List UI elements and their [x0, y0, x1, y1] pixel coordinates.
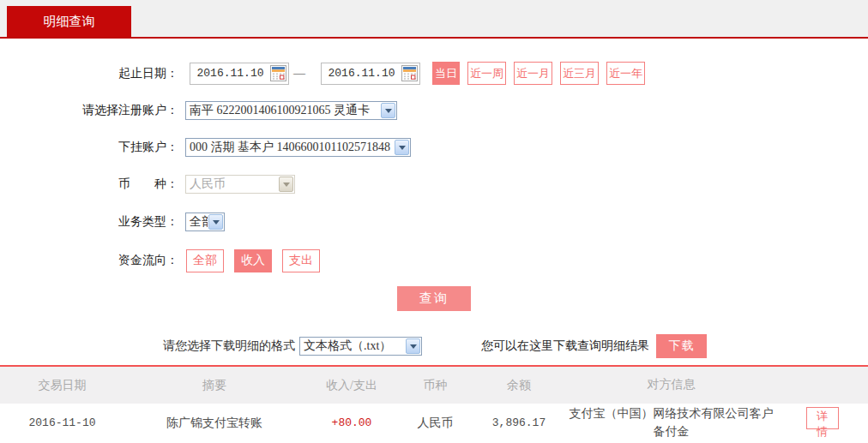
dropdown-arrow-icon[interactable]: [395, 140, 409, 155]
quick-range-today-button[interactable]: 当日: [432, 62, 460, 85]
fund-flow-expense-button[interactable]: 支出: [282, 249, 320, 272]
business-type-label: 业务类型：: [0, 214, 178, 230]
calendar-icon[interactable]: [270, 65, 286, 81]
transaction-currency: 人民币: [399, 416, 472, 431]
end-date-input[interactable]: 2016.11.10: [321, 63, 420, 85]
date-range-row: 起止日期： 2016.11.10 — 2016.11.10: [0, 62, 868, 85]
dropdown-arrow-icon: [279, 177, 293, 192]
business-type-select[interactable]: 全部: [185, 213, 225, 231]
currency-row: 币 种： 人民币: [0, 175, 868, 194]
transaction-counterparty: 支付宝（中国）网络技术有限公司客户备付金: [566, 405, 776, 440]
query-form: 起止日期： 2016.11.10 — 2016.11.10: [0, 39, 868, 358]
dropdown-arrow-icon[interactable]: [381, 103, 395, 118]
detail-button[interactable]: 详情: [806, 407, 839, 429]
column-header-summary: 摘要: [124, 378, 304, 393]
fund-flow-label: 资金流向：: [0, 253, 178, 268]
quick-range-month-button[interactable]: 近一月: [514, 62, 552, 85]
quick-range-week-button[interactable]: 近一周: [467, 62, 506, 85]
transaction-summary: 陈广锦支付宝转账: [124, 416, 304, 431]
table-row: 2016-11-10 陈广锦支付宝转账 +80.00 人民币 3,896.17 …: [0, 404, 868, 442]
column-header-date: 交易日期: [0, 378, 124, 393]
transaction-date: 2016-11-10: [0, 416, 124, 429]
quick-range-quarter-button[interactable]: 近三月: [560, 62, 599, 85]
business-type-row: 业务类型： 全部: [0, 213, 868, 231]
fund-flow-row: 资金流向： 全部 收入 支出: [0, 248, 868, 272]
detail-query-page: 明细查询 起止日期： 2016.11.10 —: [0, 0, 868, 443]
dropdown-arrow-icon[interactable]: [406, 338, 420, 354]
currency-value: 人民币: [186, 177, 278, 192]
download-format-select[interactable]: 文本格式（.txt）: [299, 337, 422, 356]
tab-bar: 明细查询: [0, 0, 868, 39]
fund-flow-income-button[interactable]: 收入: [234, 249, 272, 272]
tab-detail-query[interactable]: 明细查询: [7, 6, 131, 37]
download-format-value: 文本格式（.txt）: [300, 338, 405, 354]
registered-account-select[interactable]: 南平 6222001406100921065 灵通卡: [185, 101, 397, 120]
fund-flow-all-button[interactable]: 全部: [186, 249, 224, 272]
quick-range-year-button[interactable]: 近一年: [606, 62, 645, 85]
column-header-balance: 余额: [472, 378, 566, 393]
dropdown-arrow-icon[interactable]: [208, 214, 223, 230]
registered-account-value: 南平 6222001406100921065 灵通卡: [186, 103, 380, 118]
currency-select: 人民币: [185, 175, 295, 194]
download-hint-text: 您可以在这里下载查询明细结果: [481, 338, 649, 354]
sub-account-select[interactable]: 000 活期 基本户 1406600101102571848: [185, 138, 411, 157]
calendar-icon[interactable]: [401, 65, 418, 81]
download-button[interactable]: 下载: [656, 334, 707, 358]
registered-account-label: 请选择注册账户：: [0, 103, 178, 118]
sub-account-row: 下挂账户： 000 活期 基本户 1406600101102571848: [0, 138, 868, 157]
table-header-row: 交易日期 摘要 收入/支出 币种 余额 对方信息: [0, 367, 868, 404]
date-range-label: 起止日期：: [0, 66, 178, 81]
currency-label: 币 种：: [0, 177, 178, 192]
end-date-value: 2016.11.10: [322, 67, 401, 80]
column-header-counterparty: 对方信息: [566, 376, 776, 393]
business-type-value: 全部: [186, 214, 208, 230]
start-date-value: 2016.11.10: [190, 67, 270, 80]
transaction-balance: 3,896.17: [472, 416, 566, 429]
query-button[interactable]: 查询: [397, 286, 471, 311]
transaction-amount: +80.00: [304, 416, 399, 429]
query-button-row: 查询: [0, 286, 868, 311]
start-date-input[interactable]: 2016.11.10: [190, 63, 289, 85]
registered-account-row: 请选择注册账户： 南平 6222001406100921065 灵通卡: [0, 101, 868, 120]
column-header-currency: 币种: [399, 378, 472, 393]
sub-account-value: 000 活期 基本户 1406600101102571848: [186, 140, 394, 155]
transaction-action-cell: 详情: [776, 407, 868, 439]
download-row: 请您选择下载明细的格式 文本格式（.txt） 您可以在这里下载查询明细结果 下载: [163, 334, 868, 358]
column-header-amount: 收入/支出: [304, 378, 399, 393]
date-separator: —: [293, 67, 305, 81]
download-format-label: 请您选择下载明细的格式: [163, 338, 295, 354]
sub-account-label: 下挂账户：: [0, 140, 178, 155]
